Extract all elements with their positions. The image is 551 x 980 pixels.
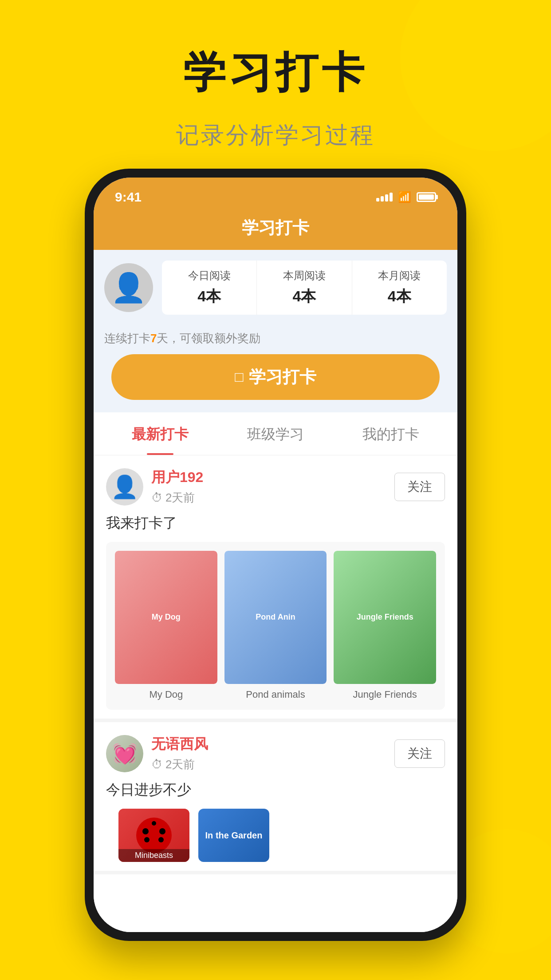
post-1-header: 👤 用户192 ⏱ 2天前 关注 (106, 468, 445, 506)
streak-text-after: ，可领取额外奖励 (168, 332, 260, 345)
clock-icon-1: ⏱ (151, 491, 163, 505)
book-3-cover: Jungle Friends (334, 551, 436, 684)
phone-mockup: 9:41 📶 学习打卡 (85, 169, 466, 941)
book-1-cover-art: My Dog (115, 551, 217, 684)
post-2-book-1[interactable]: Minibeasts (118, 809, 189, 862)
stat-week-value: 4本 (260, 286, 348, 307)
stat-today: 今日阅读 4本 (162, 261, 257, 315)
stat-week-label: 本周阅读 (260, 269, 348, 283)
post-1-content: 我来打卡了 (106, 514, 445, 533)
book-3[interactable]: Jungle Friends Jungle Friends (334, 551, 436, 701)
post-1-username[interactable]: 用户192 (151, 468, 203, 487)
post-2-header: 💓 无语西风 ⏱ 2天前 关注 (106, 735, 445, 772)
signal-bar-2 (381, 196, 384, 202)
page-subtitle: 记录分析学习过程 (0, 120, 551, 151)
post-2: 💓 无语西风 ⏱ 2天前 关注 (94, 722, 457, 874)
signal-icon (376, 193, 393, 202)
book-1[interactable]: My Dog My Dog (115, 551, 217, 701)
signal-bar-1 (376, 198, 379, 202)
post-1-time: ⏱ 2天前 (151, 490, 203, 506)
signal-bar-3 (385, 194, 388, 202)
ladybug-cover-art: Minibeasts (118, 809, 189, 862)
post-1-books: My Dog My Dog Pond Anin Pond ani (106, 542, 445, 710)
post-2-follow-button[interactable]: 关注 (394, 739, 445, 768)
avatar-placeholder-icon: 👤 (111, 271, 146, 304)
battery-icon (417, 192, 436, 202)
signal-bar-4 (390, 193, 393, 202)
checkin-label: 学习打卡 (249, 366, 316, 388)
post-1-avatar-icon: 👤 (111, 474, 138, 500)
clock-icon-2: ⏱ (151, 758, 163, 771)
stat-today-value: 4本 (165, 286, 253, 307)
book-minibeasts-label: Minibeasts (118, 849, 189, 862)
post-1-user-info: 👤 用户192 ⏱ 2天前 (106, 468, 203, 506)
status-time: 9:41 (115, 190, 142, 205)
stat-today-label: 今日阅读 (165, 269, 253, 283)
streak-number: 7 (150, 332, 157, 345)
post-2-time: ⏱ 2天前 (151, 757, 208, 772)
status-icons: 📶 (376, 191, 436, 203)
book-3-title: Jungle Friends (334, 688, 436, 701)
battery-fill (419, 194, 434, 200)
stat-month-label: 本月阅读 (356, 269, 443, 283)
post-2-meta: 无语西风 ⏱ 2天前 (151, 735, 208, 772)
phone-outer: 9:41 📶 学习打卡 (85, 169, 466, 941)
post-2-book-2[interactable]: In the Garden (198, 809, 269, 862)
book-3-cover-art: Jungle Friends (334, 551, 436, 684)
checkin-icon: □ (235, 369, 243, 385)
garden-cover-art: In the Garden (198, 809, 269, 862)
status-bar: 9:41 📶 (94, 178, 457, 209)
streak-unit: 天 (157, 332, 168, 345)
book-1-cover: My Dog (115, 551, 217, 684)
streak-notice: 连续打卡7天，可领取额外奖励 (94, 325, 457, 354)
book-2-title: Pond animals (224, 688, 327, 701)
post-1-avatar: 👤 (106, 468, 143, 506)
phone-screen: 9:41 📶 学习打卡 (94, 178, 457, 932)
tab-latest[interactable]: 最新打卡 (102, 412, 218, 455)
app-header: 学习打卡 (94, 209, 457, 250)
checkin-button[interactable]: □ 学习打卡 (111, 354, 440, 400)
checkin-btn-area: □ 学习打卡 (94, 354, 457, 412)
user-avatar: 👤 (104, 263, 153, 312)
garden-title: In the Garden (205, 830, 263, 841)
app-header-title: 学习打卡 (242, 218, 309, 237)
stat-week: 本周阅读 4本 (257, 261, 352, 315)
post-1-follow-button[interactable]: 关注 (394, 473, 445, 501)
feed: 👤 用户192 ⏱ 2天前 关注 我来打卡了 (94, 455, 457, 932)
stats-grid: 今日阅读 4本 本周阅读 4本 本月阅读 4本 (162, 261, 447, 315)
book-1-title: My Dog (115, 688, 217, 701)
tab-mine[interactable]: 我的打卡 (333, 412, 449, 455)
streak-text-before: 连续打卡 (104, 332, 150, 345)
book-2[interactable]: Pond Anin Pond animals (224, 551, 327, 701)
post-2-user-info: 💓 无语西风 ⏱ 2天前 (106, 735, 208, 772)
post-2-content: 今日进步不少 (106, 780, 445, 800)
post-2-avatar: 💓 (106, 735, 143, 772)
page-title: 学习打卡 (0, 0, 551, 102)
post-1: 👤 用户192 ⏱ 2天前 关注 我来打卡了 (94, 455, 457, 722)
tab-class[interactable]: 班级学习 (218, 412, 333, 455)
tab-bar: 最新打卡 班级学习 我的打卡 (94, 412, 457, 455)
book-2-cover: Pond Anin (224, 551, 327, 684)
post-2-username[interactable]: 无语西风 (151, 735, 208, 754)
book-2-cover-art: Pond Anin (224, 551, 327, 684)
stats-section: 👤 今日阅读 4本 本周阅读 4本 本月阅读 4本 (94, 250, 457, 325)
stat-month: 本月阅读 4本 (352, 261, 447, 315)
wifi-icon: 📶 (398, 191, 411, 203)
post-2-books: Minibeasts In the Garden (106, 809, 445, 871)
post-1-meta: 用户192 ⏱ 2天前 (151, 468, 203, 506)
stat-month-value: 4本 (356, 286, 443, 307)
